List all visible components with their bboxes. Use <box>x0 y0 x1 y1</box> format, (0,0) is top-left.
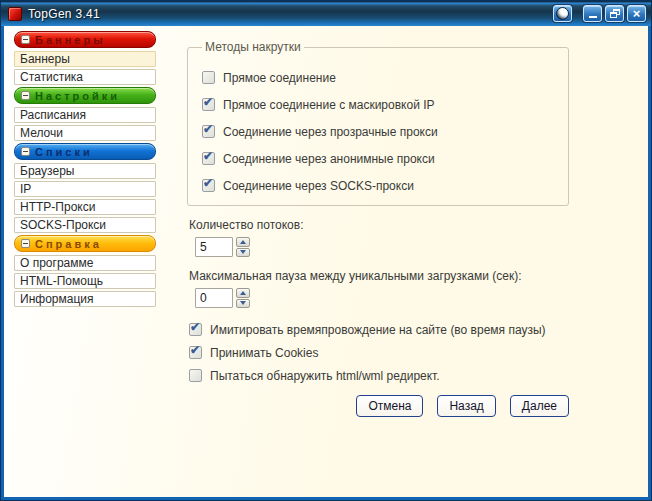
sidebar-item-label: IP <box>20 182 31 196</box>
methods-groupbox: Методы накрутки Прямое соединение Прямое… <box>187 40 569 206</box>
back-button[interactable]: Назад <box>437 395 495 417</box>
checkbox-label: Соединение через SOCKS-прокси <box>223 179 414 193</box>
app-icon <box>8 7 22 21</box>
spinner-up-icon <box>240 240 246 244</box>
sidebar-item-label: SOCKS-Прокси <box>20 218 106 232</box>
checkbox-row-transparent-proxy[interactable]: Соединение через прозрачные прокси <box>202 124 568 139</box>
checkbox-label: Принимать Cookies <box>210 346 318 360</box>
sidebar-item-schedules[interactable]: Расписания <box>14 107 156 123</box>
sidebar-item-label: Браузеры <box>20 164 74 178</box>
sidebar-item-label: Мелочи <box>20 126 63 140</box>
sidebar-item-http-proxy[interactable]: HTTP-Прокси <box>14 199 156 215</box>
checkbox-label: Прямое соединение <box>223 71 336 85</box>
globe-icon <box>556 7 569 20</box>
spinner-down-button[interactable] <box>236 299 250 309</box>
max-pause-spinner <box>195 288 571 308</box>
collapse-icon[interactable] <box>21 91 30 100</box>
checkbox-row-direct[interactable]: Прямое соединение <box>202 70 568 85</box>
max-pause-label: Максимальная пауза между уникальными заг… <box>189 269 571 283</box>
content-area: Баннеры Баннеры Статистика Настройки Рас… <box>4 26 648 497</box>
sidebar-item-label: HTTP-Прокси <box>20 200 95 214</box>
checkbox-checked-icon[interactable] <box>202 98 215 111</box>
checkbox-checked-icon[interactable] <box>202 179 215 192</box>
checkbox-unchecked-icon[interactable] <box>189 369 202 382</box>
title-bar[interactable]: TopGen 3.41 × <box>1 1 651 26</box>
checkbox-checked-icon[interactable] <box>189 346 202 359</box>
sidebar-item-browsers[interactable]: Браузеры <box>14 163 156 179</box>
checkbox-unchecked-icon[interactable] <box>202 71 215 84</box>
sidebar-group-banners[interactable]: Баннеры <box>14 31 156 48</box>
wizard-button-row: Отмена Назад Далее <box>187 395 569 417</box>
sidebar-group-label: Настройки <box>35 90 120 102</box>
sidebar-item-about[interactable]: О программе <box>14 255 156 271</box>
checkbox-checked-icon[interactable] <box>189 323 202 336</box>
checkbox-checked-icon[interactable] <box>202 125 215 138</box>
minimize-icon <box>589 16 597 18</box>
main-panel: Методы накрутки Прямое соединение Прямое… <box>187 31 571 497</box>
collapse-icon[interactable] <box>21 239 30 248</box>
sidebar-item-label: Расписания <box>20 108 86 122</box>
checkbox-checked-icon[interactable] <box>202 152 215 165</box>
sidebar-item-html-help[interactable]: HTML-Помощь <box>14 273 156 289</box>
restore-button[interactable] <box>605 5 624 22</box>
checkbox-label: Соединение через анонимные прокси <box>223 152 435 166</box>
sidebar-item-info[interactable]: Информация <box>14 291 156 307</box>
checkbox-row-socks-proxy[interactable]: Соединение через SOCKS-прокси <box>202 178 568 193</box>
threads-input[interactable] <box>195 237 233 257</box>
window-title: TopGen 3.41 <box>28 7 100 21</box>
threads-label: Количество потоков: <box>189 218 571 232</box>
max-pause-spin-buttons <box>236 288 250 308</box>
threads-spinner <box>195 237 571 257</box>
app-window: TopGen 3.41 × Баннеры Баннеры <box>0 0 652 501</box>
checkbox-label: Пытаться обнаружить html/wml редирект. <box>210 369 440 383</box>
globe-button[interactable] <box>553 5 572 22</box>
sidebar-group-label: Справка <box>35 238 102 250</box>
collapse-icon[interactable] <box>21 35 30 44</box>
sidebar-item-banners[interactable]: Баннеры <box>14 51 156 67</box>
methods-groupbox-title: Методы накрутки <box>202 40 304 54</box>
threads-spin-buttons <box>236 237 250 257</box>
sidebar: Баннеры Баннеры Статистика Настройки Рас… <box>14 31 156 497</box>
sidebar-item-label: О программе <box>20 256 93 270</box>
checkbox-label: Прямое соединение с маскировкой IP <box>223 98 435 112</box>
sidebar-group-settings[interactable]: Настройки <box>14 87 156 104</box>
sidebar-group-label: Списки <box>35 146 93 158</box>
sidebar-group-label: Баннеры <box>35 34 106 46</box>
close-button[interactable]: × <box>627 5 646 22</box>
sidebar-item-misc[interactable]: Мелочи <box>14 125 156 141</box>
cancel-button[interactable]: Отмена <box>356 395 423 417</box>
options-list: Имитировать времяпровождение на сайте (в… <box>187 322 571 383</box>
spinner-down-button[interactable] <box>236 248 250 258</box>
collapse-icon[interactable] <box>21 147 30 156</box>
minimize-button[interactable] <box>583 5 602 22</box>
sidebar-item-label: Информация <box>20 292 93 306</box>
checkbox-row-anonymous-proxy[interactable]: Соединение через анонимные прокси <box>202 151 568 166</box>
checkbox-row-detect-redirect[interactable]: Пытаться обнаружить html/wml редирект. <box>189 368 571 383</box>
sidebar-item-ip[interactable]: IP <box>14 181 156 197</box>
next-button[interactable]: Далее <box>510 395 569 417</box>
max-pause-input[interactable] <box>195 288 233 308</box>
close-icon: × <box>633 7 641 20</box>
spinner-up-button[interactable] <box>236 237 250 247</box>
spinner-down-icon <box>240 301 246 305</box>
sidebar-item-statistics[interactable]: Статистика <box>14 69 156 85</box>
sidebar-item-label: Статистика <box>20 70 83 84</box>
sidebar-group-help[interactable]: Справка <box>14 235 156 252</box>
checkbox-row-direct-masked-ip[interactable]: Прямое соединение с маскировкой IP <box>202 97 568 112</box>
sidebar-item-label: Баннеры <box>20 52 70 66</box>
checkbox-label: Соединение через прозрачные прокси <box>223 125 438 139</box>
spinner-up-icon <box>240 291 246 295</box>
sidebar-item-label: HTML-Помощь <box>20 274 103 288</box>
spinner-down-icon <box>240 250 246 254</box>
sidebar-item-socks-proxy[interactable]: SOCKS-Прокси <box>14 217 156 233</box>
checkbox-row-imitate-time[interactable]: Имитировать времяпровождение на сайте (в… <box>189 322 571 337</box>
checkbox-label: Имитировать времяпровождение на сайте (в… <box>210 323 546 337</box>
sidebar-group-lists[interactable]: Списки <box>14 143 156 160</box>
checkbox-row-accept-cookies[interactable]: Принимать Cookies <box>189 345 571 360</box>
restore-icon <box>610 9 620 18</box>
spinner-up-button[interactable] <box>236 288 250 298</box>
